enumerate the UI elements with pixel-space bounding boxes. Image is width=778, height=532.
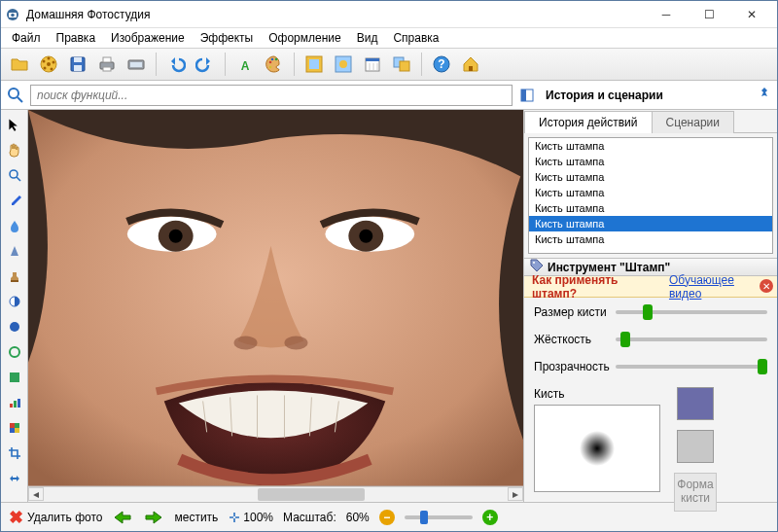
mask-button[interactable]: [331, 52, 356, 77]
brush-size-label: Размер кисти: [534, 305, 610, 319]
calendar-button[interactable]: [360, 52, 385, 77]
svg-rect-12: [74, 65, 82, 71]
zoom-100-icon[interactable]: 100%: [228, 511, 273, 524]
titlebar: Домашняя Фотостудия ─ ☐ ✕: [1, 1, 777, 28]
history-item[interactable]: Кисть штампа: [529, 200, 772, 216]
pin-button[interactable]: [758, 87, 771, 103]
menu-decoration[interactable]: Оформление: [262, 29, 347, 47]
crop-tool[interactable]: [6, 444, 23, 462]
saturation-tool[interactable]: [6, 343, 23, 361]
svg-rect-11: [74, 57, 82, 62]
svg-point-61: [359, 230, 372, 243]
history-item[interactable]: Кисть штампа: [529, 169, 772, 185]
resize-tool[interactable]: [6, 470, 23, 487]
curves-tool[interactable]: [6, 369, 23, 386]
cursor-tool[interactable]: [6, 116, 23, 133]
help-button[interactable]: ?: [429, 52, 454, 77]
tab-history[interactable]: История действий: [524, 111, 653, 133]
print-button[interactable]: [94, 52, 120, 77]
svg-point-21: [275, 58, 278, 61]
text-button[interactable]: A: [232, 52, 258, 77]
history-item[interactable]: Кисть штампа: [529, 138, 772, 154]
opacity-slider[interactable]: [616, 365, 767, 369]
svg-rect-15: [103, 67, 111, 71]
menu-edit[interactable]: Правка: [50, 29, 103, 47]
svg-point-41: [10, 170, 18, 178]
svg-point-62: [234, 337, 258, 350]
image-canvas[interactable]: [28, 110, 523, 486]
svg-rect-40: [521, 89, 526, 101]
foreground-color-swatch[interactable]: [677, 387, 714, 420]
scroll-right[interactable]: ▸: [508, 487, 523, 501]
undo-button[interactable]: [163, 52, 189, 77]
close-button[interactable]: ✕: [730, 2, 773, 27]
zoom-out-button[interactable]: −: [379, 510, 395, 525]
history-item[interactable]: Кисть штампа: [529, 154, 772, 169]
save-button[interactable]: [65, 52, 90, 77]
hardness-slider[interactable]: [616, 337, 767, 341]
scroll-thumb[interactable]: [258, 488, 365, 501]
svg-rect-33: [400, 61, 409, 71]
redo-button[interactable]: [193, 52, 218, 77]
svg-point-37: [9, 89, 18, 98]
search-icon: [7, 87, 24, 104]
next-image-button[interactable]: [143, 509, 164, 526]
brush-shape-button[interactable]: Формакисти: [674, 473, 717, 512]
menu-view[interactable]: Вид: [350, 29, 385, 47]
maximize-button[interactable]: ☐: [688, 2, 730, 27]
droplet-tool[interactable]: [6, 217, 23, 234]
eyedropper-tool[interactable]: [6, 192, 23, 209]
delete-photo-button[interactable]: ✖Удалить фото: [9, 507, 102, 528]
home-button[interactable]: [458, 52, 483, 77]
svg-point-19: [269, 61, 272, 64]
svg-point-70: [533, 262, 535, 264]
history-item[interactable]: Кисть штампа: [529, 185, 772, 200]
tool-panel-title: Инструмент "Штамп": [548, 261, 670, 274]
prev-image-button[interactable]: [112, 509, 133, 526]
search-input[interactable]: [30, 85, 513, 106]
svg-point-46: [10, 347, 19, 357]
menu-image[interactable]: Изображение: [104, 29, 192, 47]
open-button[interactable]: [7, 52, 32, 77]
minimize-button[interactable]: ─: [645, 2, 688, 27]
brush-size-slider[interactable]: [616, 310, 767, 314]
history-item[interactable]: Кисть штампа: [529, 231, 772, 247]
levels-tool[interactable]: [6, 394, 23, 411]
horizontal-scrollbar[interactable]: ◂ ▸: [28, 486, 523, 502]
menu-help[interactable]: Справка: [386, 29, 445, 47]
history-item-selected[interactable]: Кисть штампа: [529, 216, 772, 231]
opacity-label: Прозрачность: [534, 360, 610, 373]
film-button[interactable]: [36, 52, 61, 77]
collage-button[interactable]: [389, 52, 414, 77]
background-color-swatch[interactable]: [677, 430, 714, 463]
svg-rect-52: [15, 423, 19, 428]
palette-button[interactable]: [262, 52, 287, 77]
svg-rect-36: [469, 66, 473, 71]
menu-file[interactable]: Файл: [5, 29, 48, 47]
toolbar-sep: [156, 53, 157, 76]
blur-tool[interactable]: [6, 242, 23, 260]
zoom-in-button[interactable]: +: [482, 510, 498, 525]
delete-icon: ✖: [9, 507, 23, 528]
scan-button[interactable]: [124, 52, 149, 77]
help-close-icon[interactable]: ✕: [760, 279, 773, 293]
scroll-left[interactable]: ◂: [28, 487, 44, 501]
svg-rect-17: [130, 62, 142, 67]
tab-scenarios[interactable]: Сценарии: [652, 111, 734, 133]
history-list[interactable]: Кисть штампа Кисть штампа Кисть штампа К…: [528, 137, 773, 254]
contrast-tool[interactable]: [6, 293, 23, 310]
zoom-tool[interactable]: [6, 166, 23, 184]
brush-preview[interactable]: [534, 405, 660, 492]
brightness-tool[interactable]: [6, 318, 23, 336]
help-video-link[interactable]: Обучающее видео: [669, 273, 769, 301]
color-tool[interactable]: [6, 419, 23, 437]
svg-point-22: [269, 66, 272, 69]
stamp-tool[interactable]: [6, 267, 23, 285]
zoom-slider[interactable]: [405, 515, 473, 519]
panel-toggle-icon[interactable]: [518, 87, 536, 104]
hand-tool[interactable]: [6, 141, 23, 159]
frame-button[interactable]: [301, 52, 327, 77]
menu-effects[interactable]: Эффекты: [194, 29, 261, 47]
fit-label[interactable]: местить: [174, 511, 218, 524]
search-row: История и сценарии: [1, 81, 777, 110]
